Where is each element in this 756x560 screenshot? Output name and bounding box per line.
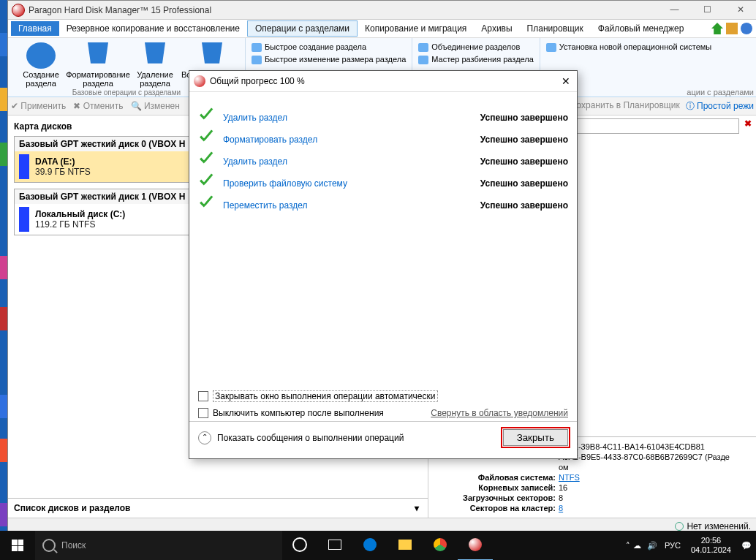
- fast-resize-icon: [252, 56, 262, 64]
- progress-dialog: Общий прогресс 100 % ✕ Удалить разделУсп…: [189, 70, 578, 459]
- op-status: Успешно завершено: [480, 156, 568, 167]
- clock[interactable]: 20:5604.01.2024: [691, 536, 731, 555]
- op-status: Успешно завершено: [480, 113, 568, 123]
- titlebar: Paragon Hard Disk Manager™ 15 Profession…: [8, 1, 756, 20]
- close-button[interactable]: Закрыть: [503, 429, 568, 446]
- dialog-icon: [194, 75, 205, 87]
- op-name[interactable]: Форматировать раздел: [223, 135, 480, 145]
- tray-up-icon[interactable]: ˄: [626, 541, 630, 550]
- taskbar-search[interactable]: Поиск: [35, 531, 282, 560]
- format-partition-button[interactable]: Форматирование раздела: [69, 41, 126, 88]
- cancel-button[interactable]: ✖ Отменить: [73, 101, 123, 111]
- checkmark-icon: [198, 175, 214, 192]
- checkmark-icon: [198, 132, 214, 148]
- changes-button[interactable]: 🔍 Изменен: [131, 101, 180, 111]
- status-dot-icon: [675, 522, 684, 531]
- op-row: Удалить разделУспешно завершено: [198, 107, 568, 129]
- chevron-down-icon[interactable]: ▾: [412, 503, 422, 513]
- op-name[interactable]: Удалить раздел: [223, 113, 480, 123]
- op-name[interactable]: Проверить файловую систему: [223, 178, 480, 189]
- expand-messages-icon[interactable]: ⌃: [198, 431, 211, 444]
- op-status: Успешно завершено: [480, 200, 568, 211]
- disk-list-header[interactable]: Список дисков и разделов▾: [8, 498, 428, 518]
- menu-archives[interactable]: Архивы: [474, 21, 519, 36]
- edge-icon[interactable]: [352, 530, 388, 559]
- explorer-icon[interactable]: [388, 530, 423, 559]
- dialog-close-icon[interactable]: ✕: [555, 75, 577, 87]
- menu-copy[interactable]: Копирование и миграция: [358, 21, 474, 36]
- op-name[interactable]: Удалить раздел: [223, 156, 480, 167]
- show-messages-label: Показать сообщения о выполнении операций: [217, 433, 404, 443]
- taskbar: Поиск ˄ ☁ 🔊 РУС 20:5604.01.2024 💬: [0, 531, 756, 560]
- create-partition-button[interactable]: Создание раздела: [12, 41, 69, 88]
- help-icon[interactable]: [741, 23, 752, 34]
- chrome-icon[interactable]: [423, 530, 458, 559]
- menu-backup[interactable]: Резервное копирование и восстановление: [59, 21, 247, 36]
- op-row: Форматировать разделУспешно завершено: [198, 129, 568, 151]
- window-title: Paragon Hard Disk Manager™ 15 Profession…: [29, 5, 658, 15]
- app-icon: [12, 4, 25, 17]
- op-status: Успешно завершено: [480, 178, 568, 189]
- checkmark-icon: [198, 110, 214, 126]
- tools-icon[interactable]: [726, 23, 738, 34]
- diskmap-title: Карта дисков: [14, 121, 72, 132]
- shutdown-label: Выключить компьютер после выполнения: [213, 408, 384, 418]
- status-text: Нет изменений.: [687, 521, 751, 531]
- notifications-icon[interactable]: 💬: [741, 541, 752, 550]
- onedrive-icon[interactable]: ☁: [633, 541, 641, 550]
- install-os-button[interactable]: Установка новой операционной системы: [546, 42, 751, 52]
- minimize-to-tray-link[interactable]: Свернуть в область уведомлений: [431, 408, 568, 418]
- apply-button[interactable]: ✔ Применить: [11, 101, 66, 111]
- install-os-icon: [546, 43, 556, 52]
- op-name[interactable]: Переместить раздел: [223, 200, 480, 211]
- volume-icon[interactable]: 🔊: [647, 541, 657, 550]
- op-row: Переместить разделУспешно завершено: [198, 194, 568, 216]
- fast-create-button[interactable]: Быстрое создание раздела: [252, 42, 406, 52]
- menu-partitions[interactable]: Операции с разделами: [247, 20, 358, 37]
- checkmark-icon: [198, 197, 214, 213]
- menu-scheduler[interactable]: Планировщик: [520, 21, 591, 36]
- menu-main[interactable]: Главная: [11, 21, 59, 36]
- system-tray[interactable]: ˄ ☁ 🔊 РУС 20:5604.01.2024 💬: [626, 536, 756, 555]
- cortana-icon[interactable]: [282, 530, 317, 559]
- op-row: Проверить файловую системуУспешно заверш…: [198, 173, 568, 194]
- paragon-taskbar-icon[interactable]: [458, 530, 493, 560]
- fast-resize-button[interactable]: Быстрое изменение размера раздела: [252, 55, 406, 64]
- auto-close-checkbox[interactable]: [198, 391, 208, 401]
- merge-button[interactable]: Объединение разделов: [418, 42, 534, 52]
- sectors-link[interactable]: 8: [559, 504, 563, 512]
- operations-list: Удалить разделУспешно завершеноФорматиро…: [189, 92, 577, 387]
- minimize-button[interactable]: —: [658, 1, 691, 19]
- home-icon[interactable]: [711, 23, 723, 34]
- shutdown-checkbox[interactable]: [198, 408, 208, 418]
- menu-filemgr[interactable]: Файловый менеджер: [591, 21, 692, 36]
- op-row: Удалить разделУспешно завершено: [198, 151, 568, 173]
- wizard-icon: [418, 56, 428, 64]
- simple-mode-button[interactable]: ⓘ Простой режи: [686, 100, 754, 113]
- merge-icon: [418, 43, 428, 52]
- partition-bar-icon: [19, 154, 29, 179]
- search-icon: [42, 539, 56, 552]
- ribbon-right-caption: ации с разделами: [687, 88, 754, 97]
- maximize-button[interactable]: ☐: [691, 1, 724, 19]
- fast-create-icon: [252, 43, 262, 52]
- partition-bar-icon: [19, 207, 29, 232]
- op-status: Успешно завершено: [480, 135, 568, 145]
- filesystem-link[interactable]: NTFS: [559, 473, 580, 482]
- dialog-title: Общий прогресс 100 %: [210, 76, 555, 86]
- taskview-icon[interactable]: [317, 530, 352, 559]
- split-wizard-button[interactable]: Мастер разбиения раздела: [418, 55, 534, 64]
- clear-search-icon[interactable]: ✖: [742, 118, 754, 134]
- auto-close-label: Закрывать окно выполнения операции автом…: [213, 390, 438, 402]
- delete-partition-button[interactable]: Удаление раздела: [126, 41, 184, 88]
- close-button[interactable]: ✕: [724, 1, 756, 19]
- menubar: Главная Резервное копирование и восстано…: [8, 20, 756, 38]
- start-button[interactable]: [0, 531, 35, 560]
- checkmark-icon: [198, 154, 214, 170]
- language-indicator[interactable]: РУС: [665, 541, 681, 550]
